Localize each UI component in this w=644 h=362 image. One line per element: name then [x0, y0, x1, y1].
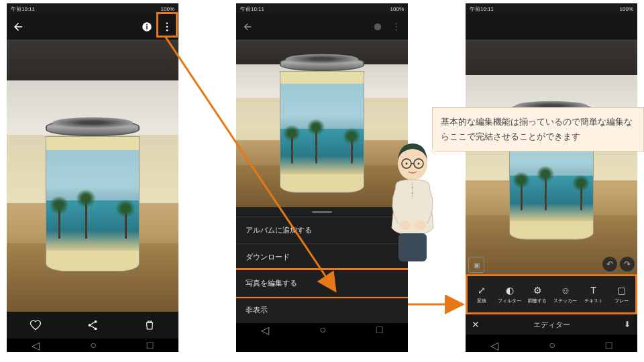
nav-home-icon[interactable]: ○ [319, 324, 326, 336]
close-icon[interactable]: ✕ [466, 319, 486, 330]
photo-preview[interactable] [7, 40, 178, 312]
phone-screenshot-3: 午前10:11100% ▣ ↶ ↷ ⤢変換 ◐フィルター ⚙調整する ☺ステッカ… [466, 3, 637, 352]
svg-point-2 [146, 24, 148, 25]
editor-bar: ✕ エディター ⬇ [466, 314, 637, 335]
photo-preview[interactable] [466, 40, 637, 274]
favorite-icon[interactable] [30, 319, 42, 331]
nav-bar: ◁ ○ □ [466, 339, 637, 352]
nav-back-icon[interactable]: ◁ [261, 324, 269, 337]
arrow-2 [405, 295, 472, 315]
tool-sticker[interactable]: ☺ステッカー [551, 276, 580, 312]
nav-recent-icon[interactable]: □ [606, 339, 612, 351]
tool-transform[interactable]: ⤢変換 [468, 276, 496, 312]
back-icon[interactable] [241, 21, 254, 33]
nav-home-icon[interactable]: ○ [549, 339, 555, 351]
undo-icon[interactable]: ↶ [602, 257, 617, 272]
status-bar: 午前10:11100% [7, 3, 178, 14]
info-icon[interactable] [372, 21, 384, 33]
svg-point-9 [374, 23, 382, 31]
svg-point-22 [412, 192, 413, 194]
download-icon[interactable]: ⬇ [617, 320, 637, 329]
top-bar [466, 14, 637, 40]
menu-item-edit-photo[interactable]: 写真を編集する [236, 268, 408, 298]
trash-icon[interactable] [144, 319, 156, 331]
menu-item-hide[interactable]: 非表示 [236, 296, 408, 323]
top-bar [7, 14, 178, 40]
nav-back-icon[interactable]: ◁ [32, 339, 40, 352]
svg-point-12 [396, 29, 397, 31]
svg-point-11 [396, 26, 397, 27]
svg-point-10 [396, 23, 397, 24]
tool-frame[interactable]: ▢フレー [607, 276, 635, 312]
compare-icon[interactable]: ▣ [468, 257, 484, 273]
nav-recent-icon[interactable]: □ [147, 339, 154, 351]
editor-title: エディター [486, 320, 617, 330]
svg-point-19 [406, 163, 408, 165]
svg-point-20 [418, 163, 420, 165]
svg-point-21 [412, 187, 413, 188]
status-battery: 100% [161, 6, 174, 12]
share-icon[interactable] [87, 319, 99, 331]
nav-back-icon[interactable]: ◁ [490, 339, 498, 352]
nav-home-icon[interactable]: ○ [90, 339, 97, 351]
highlight-more-menu [156, 12, 178, 38]
svg-point-23 [399, 221, 411, 230]
character-illustration [376, 134, 449, 261]
back-icon[interactable] [12, 21, 24, 33]
tool-filter[interactable]: ◐フィルター [496, 276, 524, 312]
speech-bubble: 基本的な編集機能は揃っているので簡単な編集ならここで完結させることができます [432, 107, 644, 152]
phone-screenshot-1: 午前10:11100% ◁ ○ □ [7, 3, 178, 352]
status-time: 午前10:11 [11, 5, 35, 13]
svg-point-24 [414, 221, 426, 230]
redo-icon[interactable]: ↷ [620, 257, 635, 272]
action-bar [7, 312, 178, 339]
top-bar [236, 14, 408, 40]
nav-bar: ◁ ○ □ [236, 323, 408, 337]
status-bar: 午前10:11100% [236, 3, 408, 14]
tool-adjust[interactable]: ⚙調整する [523, 276, 551, 312]
svg-rect-25 [398, 233, 427, 261]
editor-toolbar: ⤢変換 ◐フィルター ⚙調整する ☺ステッカー Tテキスト ▢フレー [466, 274, 637, 314]
tool-text[interactable]: Tテキスト [580, 276, 608, 312]
info-icon[interactable] [141, 21, 153, 33]
more-icon[interactable] [390, 21, 402, 33]
nav-recent-icon[interactable]: □ [376, 324, 383, 336]
svg-rect-1 [146, 26, 148, 29]
status-bar: 午前10:11100% [466, 3, 637, 14]
nav-bar: ◁ ○ □ [7, 339, 178, 352]
